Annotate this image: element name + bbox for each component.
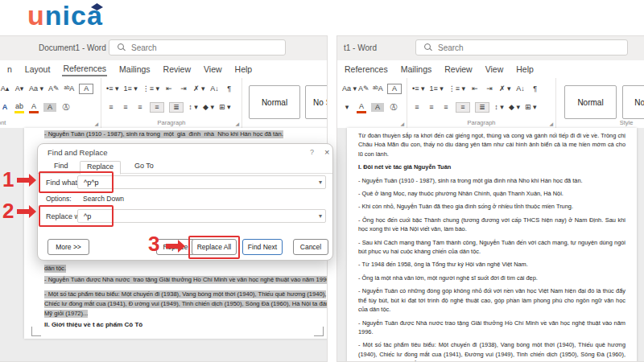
document-text-line[interactable]: dân tộc. [44,265,66,273]
style-swatch[interactable]: Normal [564,85,617,119]
document-paragraph[interactable]: - Từ 1948 đến 1958, ông là Tổng thư ký H… [358,260,625,269]
document-text-line[interactable]: - Nguyễn Tuân được Nhà nước trao tặng Gi… [44,276,328,284]
document-paragraph[interactable]: - Nguyễn Tuân (1910 - 1987), sinh ra tro… [358,176,625,185]
borders-icon[interactable]: ⊞ ▾ [219,103,231,112]
justify-icon[interactable]: ≡ [456,102,470,113]
clear-formatting-icon[interactable]: A✎ [358,84,368,93]
line-spacing-icon[interactable]: ↕ ▾ [494,103,504,112]
shrink-font-icon[interactable]: A▾ [14,84,24,93]
text-highlight-icon[interactable]: ab [14,102,24,113]
dialog-tab[interactable]: Go To [128,161,160,173]
document-paragraph[interactable]: - Khi còn nhỏ, Nguyễn Tuân đã theo gia đ… [358,202,625,211]
ribbon-tab[interactable]: View [485,63,505,76]
document-paragraph[interactable]: - Ông học đến cuối bậc Thành chung (tươn… [358,216,625,234]
document-paragraph[interactable]: - Nguyễn Tuân có những đóng góp không nh… [358,286,625,314]
numbering-icon[interactable]: 1≡ ▾ [429,84,443,93]
document-paragraph[interactable]: - Sau khi Cách mạng tháng Tám thành công… [358,238,625,257]
replace-with-input[interactable]: ^p ▾ [77,209,326,223]
help-icon[interactable]: ? [310,148,314,156]
align-left-icon[interactable]: ≡ [412,103,422,112]
character-shading-icon[interactable]: A [371,103,384,112]
grow-font-icon[interactable]: A▴ [0,84,10,93]
document-paragraph[interactable]: - Quê ở làng Mọc, nay thuộc phường Nhân … [358,189,625,198]
style-swatch[interactable]: No Spa [622,85,644,119]
document-text-line[interactable]: II. Giới thiệu về t ác phẩm Cô Tô [44,321,142,329]
font-dialog-launcher-icon[interactable]: ◢ [400,121,404,126]
document-paragraph[interactable]: - Nguyễn Tuân được Nhà nước trao tặng Gi… [358,319,625,337]
ribbon-tab[interactable]: Layout [24,63,52,76]
document-text-line[interactable]: Chiếc lư đồng mắt cua (1941), Đ ường vui… [44,300,328,308]
shading-icon[interactable]: ◆ ▾ [509,103,520,112]
more-button[interactable]: More >> [47,239,89,255]
phonetic-guide-icon[interactable]: ᵃᵇA [373,84,382,93]
pilcrow-icon[interactable]: ¶ [530,84,540,93]
change-case-icon[interactable]: Aa ▾ [29,84,43,93]
justify-icon[interactable]: ≡ [150,102,164,113]
cancel-button[interactable]: Cancel [293,239,328,255]
align-right-icon[interactable]: ≡ [135,103,145,112]
ribbon-tab[interactable]: Help [515,63,535,76]
ribbon-tab[interactable]: View [203,63,223,76]
asian-layout-icon[interactable]: ✗ ▾ [499,84,511,93]
sort-icon[interactable]: A↓ [210,84,220,93]
font-color-icon[interactable]: A [357,102,366,113]
chevron-down-icon[interactable]: ▾ [319,179,322,186]
bullets-icon[interactable]: •≡ ▾ [106,84,118,93]
decrease-indent-icon[interactable]: ⇤ [164,84,174,93]
ribbon-tab[interactable]: Review [444,63,473,76]
multilevel-list-icon[interactable]: ⋮≡ ▾ [448,84,465,93]
character-border-icon[interactable]: A [79,84,93,94]
document-paragraph[interactable]: - Một số tác phẩm tiêu biểu: Một chuyến … [358,340,625,362]
find-what-input[interactable]: ^p^p ▾ [77,175,326,189]
style-swatch[interactable]: No Sp [305,85,328,119]
ribbon-tab[interactable]: References [344,63,389,76]
style-swatch[interactable]: Normal [249,85,300,119]
ribbon-tab[interactable]: Mailings [400,63,433,76]
numbering-icon[interactable]: 1≡ ▾ [123,84,137,93]
character-border-icon[interactable]: A [387,84,402,94]
close-icon[interactable]: × [324,147,329,157]
font-color-icon[interactable]: A [29,102,39,113]
distributed-icon[interactable]: ≣ [169,102,184,113]
multilevel-list-icon[interactable]: ⋮≡ ▾ [142,84,159,93]
align-center-icon[interactable]: ≡ [427,103,436,112]
ribbon-tab[interactable]: Mailings [118,63,151,76]
change-case-icon[interactable]: Aa ▾ [342,84,353,93]
sort-icon[interactable]: A↓ [516,84,526,93]
paragraph-dialog-launcher-icon[interactable]: ◢ [235,121,239,126]
pilcrow-icon[interactable]: ¶ [225,84,234,93]
find-next-button[interactable]: Find Next [242,239,283,255]
ribbon-tab[interactable]: References [62,62,107,76]
align-right-icon[interactable]: ≡ [441,103,451,112]
character-shading-icon[interactable]: A [43,103,56,112]
search-box[interactable]: Search [415,39,628,56]
selected-text-line[interactable]: - Nguyễn Tuân (1910 - 1987), sinh ra tro… [44,130,283,138]
document-text-line[interactable]: - Một số tác phẩm tiêu biểu: Một chuyến … [44,290,326,298]
decrease-indent-icon[interactable]: ⇤ [470,84,480,93]
enclose-characters-icon[interactable]: Ⓐ [61,103,71,112]
ribbon-tab[interactable]: Review [163,63,192,76]
increase-indent-icon[interactable]: ⇥ [179,84,188,93]
increase-indent-icon[interactable]: ⇥ [485,84,494,93]
phonetic-guide-icon[interactable]: ᵃᵇA [64,84,75,93]
ribbon-tab[interactable]: n [6,63,13,76]
asian-layout-icon[interactable]: ✗ ▾ [193,84,205,93]
paragraph-dialog-launcher-icon[interactable]: ◢ [549,121,553,126]
document-text-line[interactable]: Mỹ giỏi (1972)... [44,310,88,318]
enclose-characters-icon[interactable]: Ⓐ [389,103,398,112]
clear-formatting-icon[interactable]: A✎ [48,84,60,93]
document-paragraph[interactable]: - Ông là một nhà văn lớn, một người nghệ… [358,274,625,282]
document-page[interactable]: Từ đoàn thuyền sắp ra khơi đến cái giếng… [347,128,637,362]
shading-icon[interactable]: ◆ ▾ [203,103,214,112]
ribbon-tab[interactable]: Help [234,63,254,76]
borders-icon[interactable]: ⊞ ▾ [525,103,537,112]
align-center-icon[interactable]: ≡ [121,103,130,112]
document-paragraph[interactable]: I. Đôi nét về tác giả Nguyễn Tuân [358,162,625,171]
chevron-down-icon[interactable]: ▾ [319,212,322,220]
document-paragraph[interactable]: Từ đoàn thuyền sắp ra khơi đến cái giếng… [358,131,625,158]
align-left-icon[interactable]: ≡ [106,103,116,112]
font-dialog-launcher-icon[interactable]: ◢ [94,121,98,126]
search-box[interactable]: Search [109,39,286,56]
text-effects-icon[interactable]: A [0,103,10,112]
bullets-icon[interactable]: •≡ ▾ [412,84,424,93]
